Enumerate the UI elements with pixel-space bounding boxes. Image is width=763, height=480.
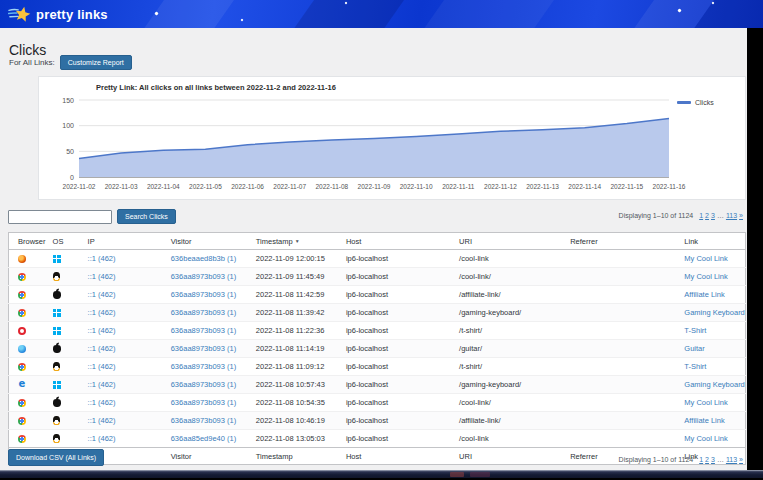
column-header-uri[interactable]: URI bbox=[450, 233, 561, 250]
column-header-host[interactable]: Host bbox=[337, 448, 450, 465]
search-row: Search Clicks bbox=[8, 209, 176, 224]
chrome-browser-icon bbox=[18, 417, 26, 425]
referrer-cell bbox=[561, 430, 675, 448]
ip-link[interactable]: ::1 (462) bbox=[88, 434, 116, 443]
host-cell: ip6-localhost bbox=[337, 394, 450, 412]
os-cell bbox=[44, 430, 79, 448]
search-input[interactable] bbox=[8, 210, 112, 224]
page-link-2[interactable]: 2 bbox=[705, 212, 709, 219]
visitor-link[interactable]: 636aa8973b093 (1) bbox=[171, 272, 236, 281]
visitor-link[interactable]: 636beaaed8b3b (1) bbox=[171, 254, 236, 263]
column-header-referrer[interactable]: Referrer bbox=[561, 233, 675, 250]
pretty-link[interactable]: Affiliate Link bbox=[684, 290, 724, 299]
page-link-last[interactable]: 113 bbox=[726, 456, 737, 463]
visitor-cell: 636aa85ed9e40 (1) bbox=[162, 430, 247, 448]
pretty-link[interactable]: Guitar bbox=[684, 344, 704, 353]
visitor-link[interactable]: 636aa8973b093 (1) bbox=[171, 290, 236, 299]
visitor-link[interactable]: 636aa8973b093 (1) bbox=[171, 326, 236, 335]
referrer-cell bbox=[561, 286, 675, 304]
pretty-link[interactable]: My Cool Link bbox=[684, 254, 727, 263]
ip-link[interactable]: ::1 (462) bbox=[88, 290, 116, 299]
column-header-uri[interactable]: URI bbox=[450, 448, 561, 465]
browser-cell: e bbox=[9, 376, 44, 394]
host-cell: ip6-localhost bbox=[337, 268, 450, 286]
windows-os-icon bbox=[53, 327, 61, 335]
visitor-link[interactable]: 636aa8973b093 (1) bbox=[171, 416, 236, 425]
page-link-3[interactable]: 3 bbox=[711, 212, 715, 219]
timestamp-cell: 2022-11-08 10:46:19 bbox=[247, 412, 337, 430]
column-header-timestamp[interactable]: Timestamp▼ bbox=[247, 233, 337, 250]
visitor-link[interactable]: 636aa8973b093 (1) bbox=[171, 398, 236, 407]
clicks-table: BrowserOSIPVisitorTimestamp▼HostURIRefer… bbox=[8, 232, 746, 465]
pretty-link[interactable]: Gaming Keyboard bbox=[684, 308, 744, 317]
column-header-host[interactable]: Host bbox=[337, 233, 450, 250]
ip-cell: ::1 (462) bbox=[79, 304, 162, 322]
ip-link[interactable]: ::1 (462) bbox=[88, 398, 116, 407]
ip-link[interactable]: ::1 (462) bbox=[88, 326, 116, 335]
column-header-timestamp[interactable]: Timestamp bbox=[247, 448, 337, 465]
ip-link[interactable]: ::1 (462) bbox=[88, 344, 116, 353]
next-page-link[interactable]: » bbox=[739, 456, 743, 463]
pretty-link[interactable]: My Cool Link bbox=[684, 398, 727, 407]
visitor-link[interactable]: 636aa85ed9e40 (1) bbox=[171, 434, 236, 443]
column-header-link[interactable]: Link bbox=[675, 233, 745, 250]
pretty-link[interactable]: Affiliate Link bbox=[684, 416, 724, 425]
ip-link[interactable]: ::1 (462) bbox=[88, 254, 116, 263]
timestamp-cell: 2022-11-09 12:00:15 bbox=[247, 250, 337, 268]
ip-link[interactable]: ::1 (462) bbox=[88, 272, 116, 281]
uri-cell: /gaming-keyboard/ bbox=[450, 376, 561, 394]
column-header-ip[interactable]: IP bbox=[79, 233, 162, 250]
uri-cell: /cool-link/ bbox=[450, 394, 561, 412]
ip-link[interactable]: ::1 (462) bbox=[88, 416, 116, 425]
os-cell bbox=[44, 268, 79, 286]
visitor-link[interactable]: 636aa8973b093 (1) bbox=[171, 344, 236, 353]
page-link-1[interactable]: 1 bbox=[699, 212, 703, 219]
search-clicks-button[interactable]: Search Clicks bbox=[117, 209, 176, 224]
page-link-2[interactable]: 2 bbox=[705, 456, 709, 463]
os-cell bbox=[44, 394, 79, 412]
top-banner: pretty links bbox=[0, 0, 763, 28]
link-cell: My Cool Link bbox=[675, 394, 745, 412]
column-header-visitor[interactable]: Visitor bbox=[162, 233, 247, 250]
legend-swatch bbox=[677, 101, 691, 104]
x-tick-label: 2022-11-12 bbox=[484, 183, 517, 190]
pretty-link[interactable]: T-Shirt bbox=[684, 326, 706, 335]
for-all-links-row: For All Links: Customize Report bbox=[9, 55, 132, 70]
page-link-last[interactable]: 113 bbox=[726, 212, 737, 219]
pretty-link[interactable]: Gaming Keyboard bbox=[684, 380, 744, 389]
visitor-link[interactable]: 636aa8973b093 (1) bbox=[171, 308, 236, 317]
ip-link[interactable]: ::1 (462) bbox=[88, 362, 116, 371]
browser-cell bbox=[9, 412, 44, 430]
pretty-link[interactable]: My Cool Link bbox=[684, 434, 727, 443]
link-cell: My Cool Link bbox=[675, 250, 745, 268]
link-cell: Affiliate Link bbox=[675, 286, 745, 304]
visitor-link[interactable]: 636aa8973b093 (1) bbox=[171, 380, 236, 389]
table-header-row: BrowserOSIPVisitorTimestamp▼HostURIRefer… bbox=[9, 233, 746, 250]
column-header-os[interactable]: OS bbox=[44, 233, 79, 250]
ip-cell: ::1 (462) bbox=[79, 430, 162, 448]
visitor-link[interactable]: 636aa8973b093 (1) bbox=[171, 362, 236, 371]
os-cell bbox=[44, 286, 79, 304]
ip-link[interactable]: ::1 (462) bbox=[88, 380, 116, 389]
download-csv-button[interactable]: Download CSV (All Links) bbox=[8, 449, 104, 466]
column-header-browser[interactable]: Browser bbox=[9, 233, 44, 250]
firefox-browser-icon bbox=[18, 255, 26, 263]
chrome-browser-icon bbox=[18, 273, 26, 281]
legend-label: Clicks bbox=[695, 99, 714, 106]
ip-link[interactable]: ::1 (462) bbox=[88, 308, 116, 317]
pretty-link[interactable]: My Cool Link bbox=[684, 272, 727, 281]
x-tick-label: 2022-11-02 bbox=[63, 183, 96, 190]
pretty-links-logo: pretty links bbox=[8, 3, 108, 25]
next-page-link[interactable]: » bbox=[739, 212, 743, 219]
column-header-visitor[interactable]: Visitor bbox=[162, 448, 247, 465]
page-link-1[interactable]: 1 bbox=[699, 456, 703, 463]
page-link-3[interactable]: 3 bbox=[711, 456, 715, 463]
customize-report-button[interactable]: Customize Report bbox=[60, 55, 132, 70]
visitor-cell: 636aa8973b093 (1) bbox=[162, 304, 247, 322]
ip-cell: ::1 (462) bbox=[79, 286, 162, 304]
windows-os-icon bbox=[53, 255, 61, 263]
pretty-link[interactable]: T-Shirt bbox=[684, 362, 706, 371]
link-cell: Gaming Keyboard bbox=[675, 376, 745, 394]
host-cell: ip6-localhost bbox=[337, 412, 450, 430]
referrer-cell bbox=[561, 412, 675, 430]
